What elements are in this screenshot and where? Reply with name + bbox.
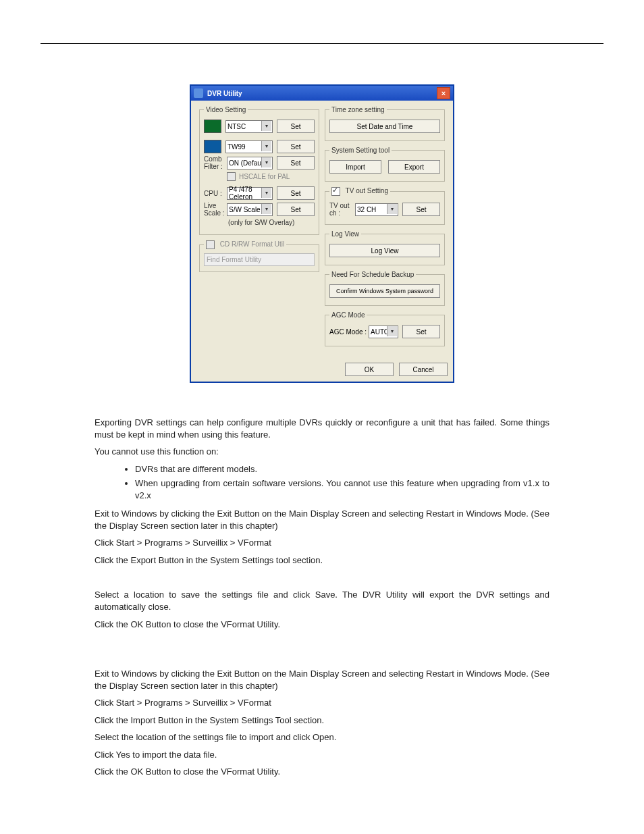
logview-button[interactable]: Log View [329, 244, 440, 257]
step: Click the Import Button in the System Se… [95, 714, 549, 727]
step: Click Start > Programs > Surveillix > VF… [95, 537, 549, 549]
find-format-input: Find Format Utility [204, 253, 315, 266]
cancel-button[interactable]: Cancel [399, 363, 448, 376]
cpu-label: CPU : [204, 190, 227, 197]
agc-legend: AGC Mode [329, 311, 367, 319]
import-button[interactable]: Import [329, 160, 381, 174]
format-select[interactable]: NTSC [225, 120, 273, 133]
system-setting-legend: System Setting tool [329, 147, 392, 154]
paragraph: You cannot use this function on: [95, 446, 549, 458]
decoder-set-button[interactable]: Set [277, 140, 315, 153]
cpu-select[interactable]: P4 /478 Celeron [227, 187, 273, 200]
cdrw-group: CD R/RW Format Util Find Format Utility [199, 240, 319, 272]
step: Click the Export Button in the System Se… [95, 554, 549, 567]
tvout-group: TV out Setting TV out ch : 32 CH Set [325, 187, 445, 225]
cdrw-legend: CD R/RW Format Util [204, 240, 286, 249]
titlebar: DVR Utility × [191, 86, 453, 101]
step: Select a location to save the settings f… [95, 589, 549, 613]
confirm-password-button[interactable]: Confirm Windows System password [329, 284, 440, 298]
comb-label: Comb Filter : [204, 155, 227, 170]
format-icon [204, 120, 221, 133]
horizontal-rule [41, 43, 603, 44]
hscale-checkbox [227, 172, 236, 181]
agc-label: AGC Mode : [329, 328, 369, 336]
dvr-utility-window: DVR Utility × Video Setting NTSC Set TW9… [190, 84, 454, 383]
decoder-select[interactable]: TW99 [225, 140, 273, 153]
timezone-legend: Time zone setting [329, 106, 387, 113]
decoder-icon [204, 140, 221, 153]
cpu-set-button[interactable]: Set [277, 186, 315, 200]
timezone-group: Time zone setting Set Date and Time [325, 106, 445, 141]
bullet-list: DVRs that are different models. When upg… [95, 463, 549, 502]
step: Click the OK Button to close the VFormat… [95, 619, 549, 631]
tvout-legend: TV out Setting [329, 187, 390, 196]
agc-set-button[interactable]: Set [402, 325, 440, 338]
step: Exit to Windows by clicking the Exit But… [95, 668, 549, 692]
step: Click Yes to import the data file. [95, 749, 549, 761]
video-setting-legend: Video Setting [204, 106, 248, 113]
document-body: Exporting DVR settings can help configur… [41, 417, 603, 778]
format-set-button[interactable]: Set [277, 120, 315, 133]
export-button[interactable]: Export [388, 160, 440, 174]
tvout-select[interactable]: 32 CH [355, 203, 398, 216]
live-note: (only for S/W Overlay) [228, 219, 315, 226]
right-column: Time zone setting Set Date and Time Syst… [322, 103, 448, 355]
paragraph: Exporting DVR settings can help configur… [95, 417, 549, 440]
hscale-label: HSCALE for PAL [239, 173, 290, 180]
logview-group: Log View Log View [325, 230, 445, 265]
live-set-button[interactable]: Set [277, 203, 315, 216]
set-date-time-button[interactable]: Set Date and Time [329, 120, 440, 133]
cdrw-checkbox [206, 240, 215, 249]
window-title: DVR Utility [207, 90, 242, 97]
left-column: Video Setting NTSC Set TW99 Set Comb Fil… [196, 103, 322, 355]
agc-group: AGC Mode AGC Mode : AUTO Set [325, 311, 445, 346]
step: Select the location of the settings file… [95, 731, 549, 744]
tvout-set-button[interactable]: Set [402, 203, 440, 216]
close-button[interactable]: × [437, 87, 450, 99]
schedule-backup-legend: Need For Schedule Backup [329, 271, 416, 278]
schedule-backup-group: Need For Schedule Backup Confirm Windows… [325, 271, 445, 306]
live-label: Live Scale : [204, 202, 227, 217]
tvout-checkbox[interactable] [331, 187, 340, 196]
list-item: When upgrading from certain software ver… [135, 477, 549, 501]
step: Click Start > Programs > Surveillix > VF… [95, 697, 549, 709]
tvout-label: TV out ch : [329, 202, 355, 217]
agc-select[interactable]: AUTO [369, 325, 398, 338]
comb-set-button[interactable]: Set [277, 156, 315, 170]
video-setting-group: Video Setting NTSC Set TW99 Set Comb Fil… [199, 106, 319, 235]
list-item: DVRs that are different models. [135, 463, 549, 475]
step: Exit to Windows by clicking the Exit But… [95, 508, 549, 531]
step: Click the OK Button to close the VFormat… [95, 766, 549, 778]
ok-button[interactable]: OK [345, 363, 394, 376]
live-select[interactable]: S/W Scale [227, 203, 273, 216]
system-setting-group: System Setting tool Import Export [325, 147, 445, 182]
logview-legend: Log View [329, 230, 361, 238]
comb-select[interactable]: ON (Default) [227, 157, 273, 170]
app-icon [194, 88, 203, 98]
